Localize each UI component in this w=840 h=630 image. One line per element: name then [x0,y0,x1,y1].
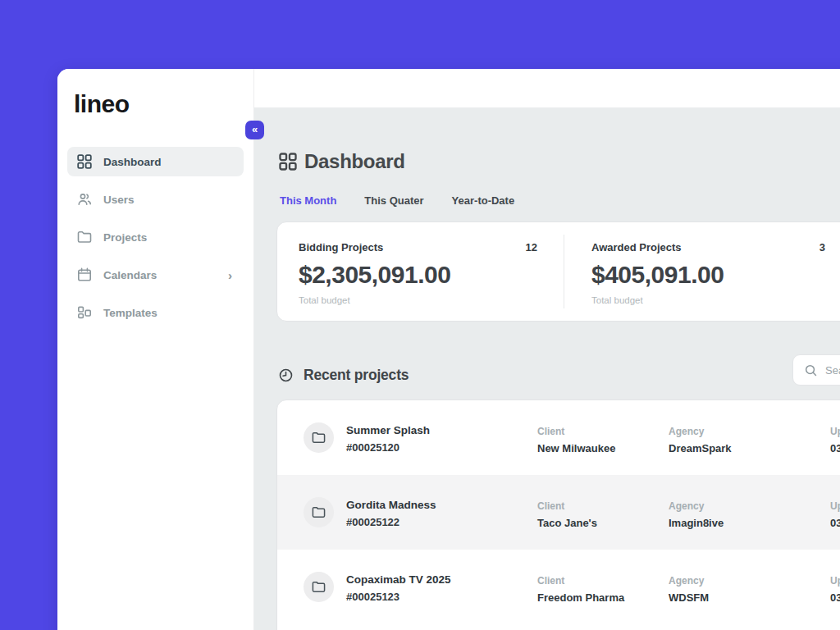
project-name: Gordita Madness [346,499,436,511]
tab-this-quarter[interactable]: This Quater [364,194,423,207]
client-label: Client [537,575,624,587]
updated-value: 03 [830,442,840,454]
agency-col: Agency DreamSpark [669,426,732,454]
client-col: Client Taco Jane's [537,500,597,529]
client-value: Freedom Pharma [537,591,624,604]
page-title-row: Dashboard [279,150,405,173]
stat-awarded-projects: Awarded Projects 3 $405,091.00 Total bud… [564,222,840,321]
calendar-icon [77,267,92,282]
sidebar-item-label: Calendars [103,269,157,281]
sidebar-collapse-button[interactable]: « [245,121,264,139]
project-name-col: Copaximab TV 2025 #00025123 [346,573,451,603]
updated-col: Updated 03 [830,426,840,454]
project-row[interactable]: Summer Splash #00025120 Client New Milwa… [277,400,840,475]
project-row[interactable]: Gordita Madness #00025122 Client Taco Ja… [277,475,840,550]
folder-icon [77,230,92,244]
app-logo: lineo [57,69,253,118]
project-row[interactable]: Copaximab TV 2025 #00025123 Client Freed… [277,550,840,624]
project-name: Copaximab TV 2025 [346,573,451,586]
dashboard-content: Dashboard This Month This Quater Year-to… [254,107,840,630]
agency-value: WDSFM [669,591,709,604]
main-area: Dashboard This Month This Quater Year-to… [254,69,840,630]
stat-bidding-projects: Bidding Projects 12 $2,305,091.00 Total … [277,222,564,321]
folder-icon [304,572,334,602]
top-bar [254,69,840,107]
stat-amount: $2,305,091.00 [299,261,537,289]
search-input[interactable] [825,364,840,377]
project-number: #00025120 [346,441,430,454]
agency-label: Agency [669,500,724,512]
folder-icon [304,497,334,527]
grid-icon [279,153,297,171]
agency-value: Imagin8ive [669,517,724,529]
sidebar: lineo Dashboard [57,69,254,630]
project-number: #00025123 [346,591,451,603]
client-label: Client [537,500,597,512]
stat-count: 12 [526,241,537,253]
stat-title: Awarded Projects [591,241,682,253]
updated-label: Updated [830,426,840,437]
project-name: Summer Splash [346,424,430,436]
sidebar-item-label: Dashboard [103,156,162,168]
sidebar-item-projects[interactable]: Projects [67,222,244,252]
sidebar-item-templates[interactable]: Templates [67,298,244,327]
updated-value: 03 [830,591,840,604]
project-name-col: Gordita Madness #00025122 [346,499,436,528]
client-value: New Milwaukee [537,442,615,454]
app-window: lineo Dashboard [57,69,840,630]
updated-label: Updated [830,500,840,512]
stat-caption: Total budget [299,295,537,305]
period-tabs: This Month This Quater Year-to-Date [280,194,514,207]
updated-value: 03 [830,517,840,529]
tab-year-to-date[interactable]: Year-to-Date [452,194,515,207]
collapse-icon: « [252,124,258,135]
recent-projects-title: Recent projects [304,367,409,384]
sidebar-item-dashboard[interactable]: Dashboard [67,147,244,176]
folder-icon [304,422,334,453]
agency-value: DreamSpark [669,442,732,454]
search-box [792,354,840,386]
recent-projects-header: Recent projects [279,367,409,384]
agency-col: Agency WDSFM [669,575,709,604]
client-col: Client Freedom Pharma [537,575,624,604]
sidebar-nav: Dashboard Users [67,147,244,336]
stats-card: Bidding Projects 12 $2,305,091.00 Total … [276,221,840,322]
agency-label: Agency [669,426,732,437]
updated-col: Updated 03 [830,575,840,604]
client-col: Client New Milwaukee [537,426,615,454]
sidebar-item-calendars[interactable]: Calendars › [67,260,244,290]
stat-caption: Total budget [591,295,825,305]
stat-amount: $405,091.00 [591,261,825,289]
stat-count: 3 [819,241,825,253]
client-label: Client [537,426,615,437]
client-value: Taco Jane's [537,517,597,529]
recent-projects-list: Summer Splash #00025120 Client New Milwa… [276,399,840,630]
chevron-right-icon: › [228,269,232,281]
agency-col: Agency Imagin8ive [669,500,724,529]
stat-title: Bidding Projects [299,241,383,253]
project-number: #00025122 [346,516,436,528]
templates-icon [77,305,92,320]
project-name-col: Summer Splash #00025120 [346,424,430,454]
updated-col: Updated 03 [830,500,840,529]
agency-label: Agency [669,575,709,587]
users-icon [77,192,92,207]
tab-this-month[interactable]: This Month [280,194,336,207]
clock-icon [279,368,293,382]
sidebar-item-label: Templates [103,307,158,319]
page-title: Dashboard [304,150,405,173]
grid-icon [77,154,92,169]
sidebar-item-label: Users [103,194,135,206]
sidebar-item-label: Projects [103,231,147,244]
sidebar-item-users[interactable]: Users [67,185,244,214]
updated-label: Updated [830,575,840,587]
search-icon [805,364,817,377]
